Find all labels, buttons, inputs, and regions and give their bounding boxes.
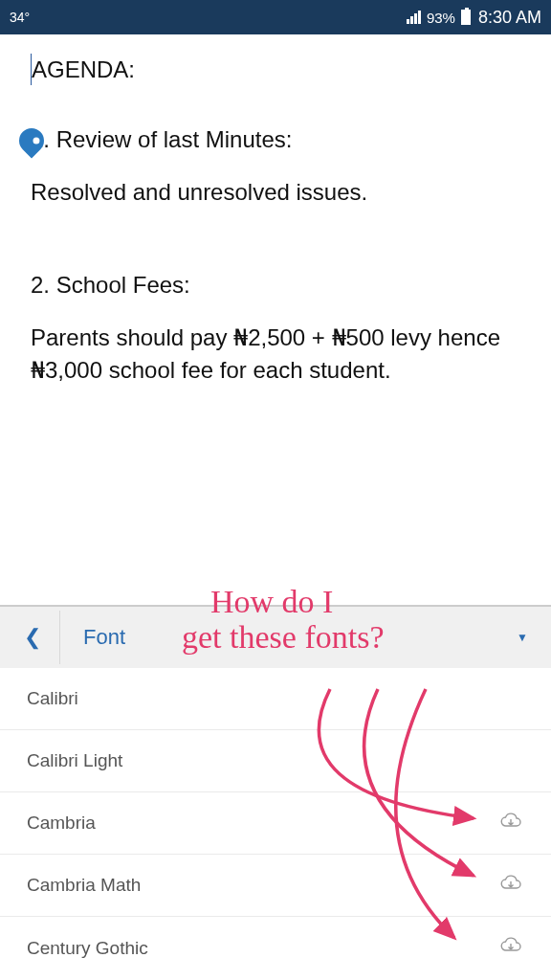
battery-percent: 93% <box>427 10 455 26</box>
status-bar: 34° 93% 8:30 AM <box>0 0 551 34</box>
clock: 8:30 AM <box>478 8 541 28</box>
panel-title: Font <box>59 611 125 664</box>
font-name: Calibri <box>27 688 78 709</box>
font-item-calibri[interactable]: Calibri <box>0 668 551 730</box>
battery-icon <box>461 10 471 25</box>
font-name: Cambria Math <box>27 875 141 896</box>
cloud-download-icon[interactable] <box>499 874 522 898</box>
back-button[interactable]: ❮ <box>6 625 59 650</box>
agenda-item-body: Parents should pay ₦2,500 + ₦500 levy he… <box>31 322 520 385</box>
agenda-item-heading: 1. Review of last Minutes: <box>31 123 520 155</box>
font-name: Cambria <box>27 813 96 834</box>
panel-header: ❮ Font ▼ <box>0 605 551 668</box>
document-editor[interactable]: AGENDA: 1. Review of last Minutes: Resol… <box>0 34 551 604</box>
cloud-download-icon[interactable] <box>499 936 522 960</box>
temperature: 34° <box>10 10 30 25</box>
document-title: AGENDA: <box>32 56 135 82</box>
font-list: Calibri Calibri Light Cambria Cambria Ma… <box>0 668 551 979</box>
dropdown-caret-icon[interactable]: ▼ <box>517 631 528 644</box>
font-item-cambria-math[interactable]: Cambria Math <box>0 855 551 917</box>
font-item-calibri-light[interactable]: Calibri Light <box>0 730 551 792</box>
font-name: Century Gothic <box>27 938 148 959</box>
signal-icon <box>407 11 421 24</box>
font-item-century-gothic[interactable]: Century Gothic <box>0 917 551 979</box>
cloud-download-icon[interactable] <box>499 812 522 835</box>
agenda-item-heading: 2. School Fees: <box>31 269 520 301</box>
font-panel: ❮ Font ▼ Calibri Calibri Light Cambria C… <box>0 605 551 979</box>
text-cursor: AGENDA: <box>31 54 520 85</box>
font-name: Calibri Light <box>27 750 122 771</box>
font-item-cambria[interactable]: Cambria <box>0 792 551 855</box>
agenda-item-body: Resolved and unresolved issues. <box>31 176 520 208</box>
